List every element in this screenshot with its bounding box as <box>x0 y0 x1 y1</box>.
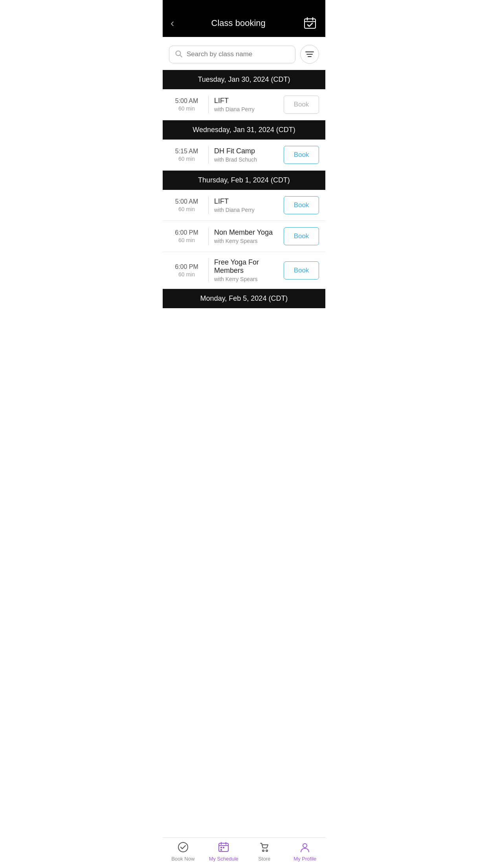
search-input-wrap[interactable] <box>169 46 295 63</box>
class-divider <box>208 146 209 164</box>
class-duration: 60 min <box>169 206 204 212</box>
class-info: Free Yoga For Members with Kerry Spears <box>214 258 284 282</box>
book-button[interactable]: Book <box>284 261 319 280</box>
filter-button[interactable] <box>300 45 319 64</box>
class-name: Free Yoga For Members <box>214 258 284 275</box>
svg-rect-0 <box>305 19 316 28</box>
class-time: 5:15 AM 60 min <box>169 148 204 162</box>
class-trainer: with Diana Perry <box>214 106 284 112</box>
class-time: 5:00 AM 60 min <box>169 97 204 112</box>
search-area <box>163 37 325 70</box>
class-duration: 60 min <box>169 237 204 243</box>
class-trainer: with Kerry Spears <box>214 276 284 282</box>
book-button[interactable]: Book <box>284 96 319 114</box>
class-row: 5:00 AM 60 min LIFT with Diana Perry Boo… <box>163 89 325 120</box>
calendar-check-icon <box>304 17 316 29</box>
page-title: Class booking <box>211 18 266 28</box>
svg-line-5 <box>180 55 182 57</box>
class-row: 6:00 PM 60 min Non Member Yoga with Kerr… <box>163 221 325 252</box>
class-trainer: with Brad Schuch <box>214 156 284 163</box>
app-header: ‹ Class booking <box>163 0 325 37</box>
class-name: Non Member Yoga <box>214 228 284 237</box>
class-time-value: 5:00 AM <box>169 97 204 105</box>
class-duration: 60 min <box>169 271 204 278</box>
class-time: 6:00 PM 60 min <box>169 263 204 278</box>
search-icon <box>175 50 183 59</box>
class-name: LIFT <box>214 197 284 206</box>
search-input[interactable] <box>187 50 290 58</box>
filter-icon <box>305 51 314 58</box>
class-divider <box>208 258 209 282</box>
class-duration: 60 min <box>169 105 204 112</box>
class-row: 5:15 AM 60 min DH Fit Camp with Brad Sch… <box>163 140 325 171</box>
class-divider <box>208 196 209 214</box>
back-button[interactable]: ‹ <box>171 17 174 29</box>
calendar-button[interactable] <box>303 16 317 31</box>
class-divider <box>208 227 209 245</box>
day-header-0: Tuesday, Jan 30, 2024 (CDT) <box>163 70 325 89</box>
class-trainer: with Kerry Spears <box>214 238 284 244</box>
book-button[interactable]: Book <box>284 227 319 245</box>
day-header-2: Thursday, Feb 1, 2024 (CDT) <box>163 171 325 190</box>
class-duration: 60 min <box>169 156 204 162</box>
book-button[interactable]: Book <box>284 196 319 214</box>
class-row: 6:00 PM 60 min Free Yoga For Members wit… <box>163 252 325 289</box>
class-time-value: 6:00 PM <box>169 263 204 270</box>
class-time-value: 5:00 AM <box>169 198 204 205</box>
class-name: LIFT <box>214 97 284 105</box>
class-info: LIFT with Diana Perry <box>214 97 284 112</box>
book-button[interactable]: Book <box>284 146 319 164</box>
class-time-value: 6:00 PM <box>169 229 204 236</box>
class-info: DH Fit Camp with Brad Schuch <box>214 147 284 163</box>
class-info: LIFT with Diana Perry <box>214 197 284 213</box>
day-header-3: Monday, Feb 5, 2024 (CDT) <box>163 289 325 308</box>
main-content: Tuesday, Jan 30, 2024 (CDT) 5:00 AM 60 m… <box>163 70 325 340</box>
class-time-value: 5:15 AM <box>169 148 204 155</box>
class-divider <box>208 96 209 114</box>
class-name: DH Fit Camp <box>214 147 284 155</box>
class-row: 5:00 AM 60 min LIFT with Diana Perry Boo… <box>163 190 325 221</box>
class-trainer: with Diana Perry <box>214 207 284 213</box>
class-time: 6:00 PM 60 min <box>169 229 204 243</box>
class-time: 5:00 AM 60 min <box>169 198 204 212</box>
day-header-1: Wednesday, Jan 31, 2024 (CDT) <box>163 120 325 140</box>
class-info: Non Member Yoga with Kerry Spears <box>214 228 284 244</box>
